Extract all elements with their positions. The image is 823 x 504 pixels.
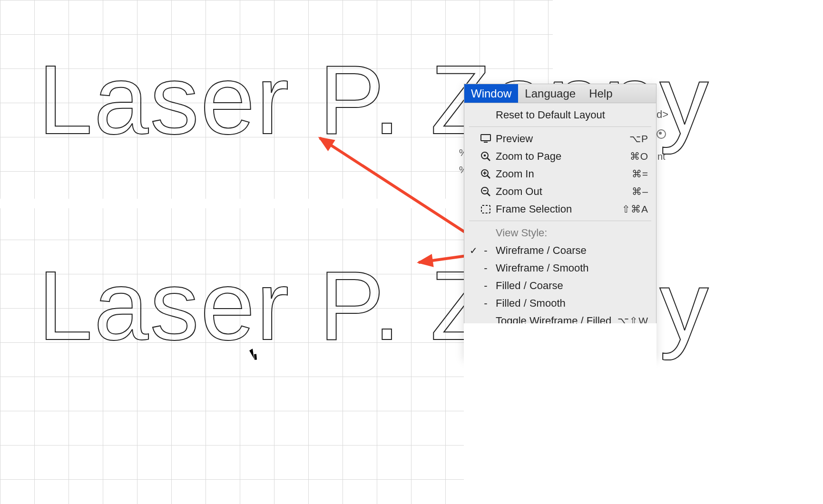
menu-separator-1 (469, 126, 651, 127)
monitor-icon (479, 134, 493, 144)
menu-frame-selection[interactable]: Frame Selection ⇧⌘A (464, 200, 656, 218)
menu-style-filled-smooth[interactable]: - Filled / Smooth (464, 294, 656, 312)
svg-line-6 (487, 175, 490, 178)
svg-line-10 (487, 193, 490, 196)
menu-zoom-in[interactable]: Zoom In ⌘= (464, 165, 656, 183)
svg-rect-0 (481, 135, 490, 141)
check-icon: ✓ (468, 245, 479, 256)
target-icon (656, 129, 666, 139)
zoom-in-icon (479, 169, 493, 179)
menu-reset-layout[interactable]: Reset to Default Layout (464, 106, 656, 124)
zoom-page-icon (479, 151, 493, 162)
svg-point-4 (484, 154, 486, 156)
zoom-out-icon (479, 186, 493, 197)
screenshot-crop-mask (464, 323, 656, 504)
menu-preview[interactable]: Preview ⌥P (464, 130, 656, 147)
svg-line-3 (487, 158, 490, 161)
peek-text-right: d> (656, 108, 668, 121)
menu-zoom-to-page[interactable]: Zoom to Page ⌘O (464, 147, 656, 165)
menubar-item-window[interactable]: Window (464, 84, 518, 103)
peek-text-small: nt (657, 151, 666, 162)
svg-rect-12 (481, 205, 490, 213)
svg-rect-1 (484, 142, 488, 143)
menubar: Window Language Help (464, 84, 656, 103)
menu-style-wireframe-smooth[interactable]: - Wireframe / Smooth (464, 259, 656, 277)
view-style-header: View Style: (464, 224, 656, 242)
menu-separator-2 (469, 221, 651, 221)
menubar-item-language[interactable]: Language (518, 84, 582, 103)
frame-selection-icon (479, 204, 493, 214)
menu-style-wireframe-coarse[interactable]: ✓ - Wireframe / Coarse (464, 242, 656, 259)
menu-style-filled-coarse[interactable]: - Filled / Coarse (464, 277, 656, 294)
menu-zoom-out[interactable]: Zoom Out ⌘– (464, 183, 656, 200)
menubar-item-help[interactable]: Help (582, 84, 619, 103)
window-dropdown: Reset to Default Layout Preview ⌥P Zoom … (464, 103, 656, 358)
window-menu-panel: Window Language Help Reset to Default La… (464, 84, 656, 359)
